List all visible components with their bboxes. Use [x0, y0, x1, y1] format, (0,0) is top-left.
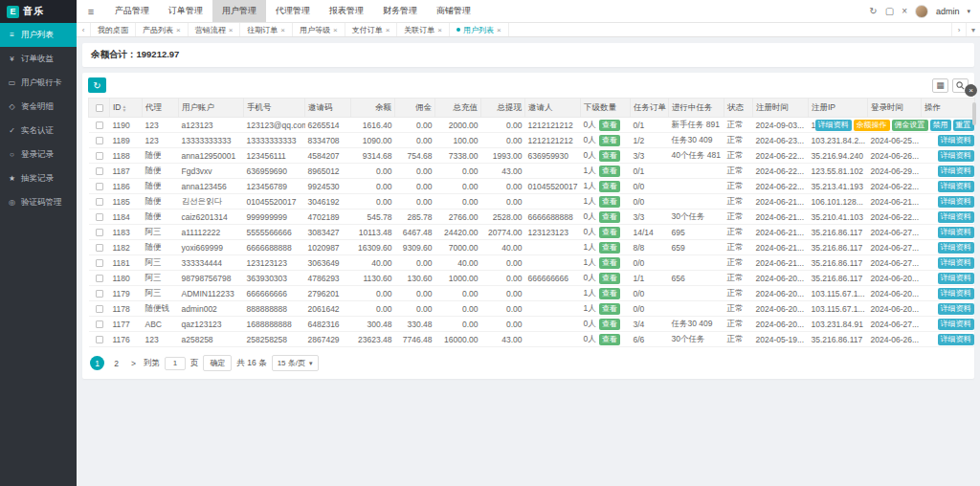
row-checkbox[interactable] [96, 167, 103, 175]
page-number[interactable]: 2 [109, 356, 123, 370]
username-label[interactable]: admin [936, 7, 960, 16]
row-checkbox[interactable] [96, 305, 103, 313]
view-subordinates-button[interactable]: 查看 [599, 257, 620, 269]
refresh-icon[interactable]: ↻ [869, 6, 877, 16]
tab-item[interactable]: 关联订单× [397, 23, 450, 36]
next-page-button[interactable]: > [128, 359, 139, 368]
nav-item[interactable]: 代理管理 [266, 0, 320, 22]
sidebar-item[interactable]: ◎验证码管理 [0, 190, 77, 214]
fullscreen-icon[interactable]: ▢ [885, 6, 894, 16]
row-checkbox[interactable] [96, 290, 103, 298]
sidebar-item[interactable]: ✓实名认证 [0, 119, 77, 143]
chevron-down-icon[interactable]: ▾ [967, 8, 970, 15]
nav-item[interactable]: 订单管理 [159, 0, 212, 22]
row-checkbox[interactable] [96, 122, 103, 129]
nav-item[interactable]: 用户管理 [212, 0, 266, 22]
row-checkbox[interactable] [96, 259, 103, 267]
scrollbar-thumb[interactable] [972, 102, 976, 125]
action-button[interactable]: 详细资料 [938, 334, 974, 345]
nav-item[interactable]: 财务管理 [373, 0, 427, 22]
action-button[interactable]: 详细资料 [938, 227, 974, 238]
sidebar-item[interactable]: ★抽奖记录 [0, 166, 77, 190]
tab-item[interactable]: 用户等级× [293, 23, 345, 36]
view-subordinates-button[interactable]: 查看 [599, 303, 620, 315]
view-subordinates-button[interactable]: 查看 [599, 166, 620, 177]
tab-close-icon[interactable]: × [437, 26, 442, 34]
view-subordinates-button[interactable]: 查看 [599, 135, 620, 146]
tabs-scroll-left-icon[interactable]: ‹ [77, 23, 91, 36]
sidebar-item[interactable]: ¥订单收益 [0, 47, 77, 71]
action-button[interactable]: 余额操作 [854, 120, 890, 131]
nav-item[interactable]: 商铺管理 [427, 0, 480, 22]
page-jump-input[interactable] [165, 357, 186, 370]
tab-close-icon[interactable]: × [280, 26, 285, 34]
view-subordinates-button[interactable]: 查看 [599, 334, 620, 345]
tab-item[interactable]: 往期订单× [240, 23, 293, 36]
view-subordinates-button[interactable]: 查看 [599, 288, 620, 299]
row-checkbox[interactable] [96, 275, 103, 282]
tab-active[interactable]: 用户列表× [450, 23, 509, 36]
action-button[interactable]: 详细资料 [938, 319, 974, 330]
view-subordinates-button[interactable]: 查看 [599, 319, 620, 330]
nav-item[interactable]: 报表管理 [320, 0, 373, 22]
action-button[interactable]: 详细资料 [938, 211, 974, 223]
action-button[interactable]: 佣金设置 [892, 120, 928, 131]
tab-item[interactable]: 我的桌面 [91, 23, 136, 36]
page-number[interactable]: 1 [90, 356, 104, 370]
action-button[interactable]: 详细资料 [938, 135, 974, 146]
action-button[interactable]: 详细资料 [938, 242, 974, 254]
tab-close-icon[interactable]: × [229, 26, 234, 34]
row-checkbox[interactable] [96, 137, 103, 144]
tabs-menu-icon[interactable]: ▾ [966, 23, 980, 36]
columns-toggle-icon[interactable]: ▦ [932, 78, 948, 93]
tab-item[interactable]: 产品列表× [136, 23, 189, 36]
avatar[interactable] [915, 5, 928, 18]
close-icon[interactable]: × [902, 6, 907, 16]
nav-item[interactable]: 产品管理 [105, 0, 159, 22]
tab-item[interactable]: 营销流程× [189, 23, 241, 36]
sidebar-item[interactable]: ○登录记录 [0, 143, 77, 166]
sort-icon[interactable]: ▴▾ [123, 104, 126, 113]
action-button[interactable]: 详细资料 [938, 288, 974, 299]
action-button[interactable]: 详细资料 [938, 181, 974, 192]
row-checkbox[interactable] [96, 229, 103, 236]
refresh-button[interactable]: ↻ [88, 77, 106, 93]
tab-close-icon[interactable]: × [497, 26, 501, 34]
row-checkbox[interactable] [96, 198, 103, 206]
tab-close-icon[interactable]: × [333, 26, 338, 34]
row-checkbox[interactable] [96, 152, 103, 160]
tabs-scroll-right-icon[interactable]: › [951, 23, 966, 36]
row-checkbox[interactable] [96, 244, 103, 252]
view-subordinates-button[interactable]: 查看 [599, 242, 620, 254]
per-page-select[interactable]: 15 条/页▾ [272, 355, 319, 371]
row-checkbox[interactable] [96, 183, 103, 190]
tab-close-icon[interactable]: × [176, 26, 181, 34]
row-checkbox[interactable] [96, 320, 103, 328]
tab-close-icon[interactable]: × [386, 26, 390, 34]
sidebar-item[interactable]: ▭用户银行卡 [0, 71, 77, 95]
view-subordinates-button[interactable]: 查看 [599, 150, 620, 162]
sidebar-item[interactable]: ≡用户列表 [0, 23, 77, 47]
select-all-checkbox[interactable] [96, 104, 103, 112]
view-subordinates-button[interactable]: 查看 [599, 211, 620, 223]
row-checkbox[interactable] [96, 336, 103, 343]
action-button[interactable]: 详细资料 [938, 166, 974, 177]
view-subordinates-button[interactable]: 查看 [599, 273, 620, 284]
view-subordinates-button[interactable]: 查看 [599, 120, 620, 131]
action-button[interactable]: 禁用 [930, 120, 951, 131]
home-menu-icon[interactable]: ≡ [77, 0, 105, 22]
row-checkbox[interactable] [96, 213, 103, 221]
action-button[interactable]: 重置 [953, 120, 974, 131]
view-subordinates-button[interactable]: 查看 [599, 181, 620, 192]
tab-item[interactable]: 支付订单× [345, 23, 398, 36]
action-button[interactable]: 详细资料 [815, 120, 852, 131]
action-button[interactable]: 详细资料 [938, 303, 974, 315]
action-button[interactable]: 详细资料 [938, 273, 974, 284]
row-detail-close-icon[interactable]: × [965, 84, 977, 97]
action-button[interactable]: 详细资料 [938, 150, 974, 162]
view-subordinates-button[interactable]: 查看 [599, 227, 620, 238]
action-button[interactable]: 详细资料 [938, 196, 974, 208]
action-button[interactable]: 详细资料 [938, 257, 974, 269]
view-subordinates-button[interactable]: 查看 [599, 196, 620, 208]
sidebar-item[interactable]: ◇资金明细 [0, 95, 77, 119]
